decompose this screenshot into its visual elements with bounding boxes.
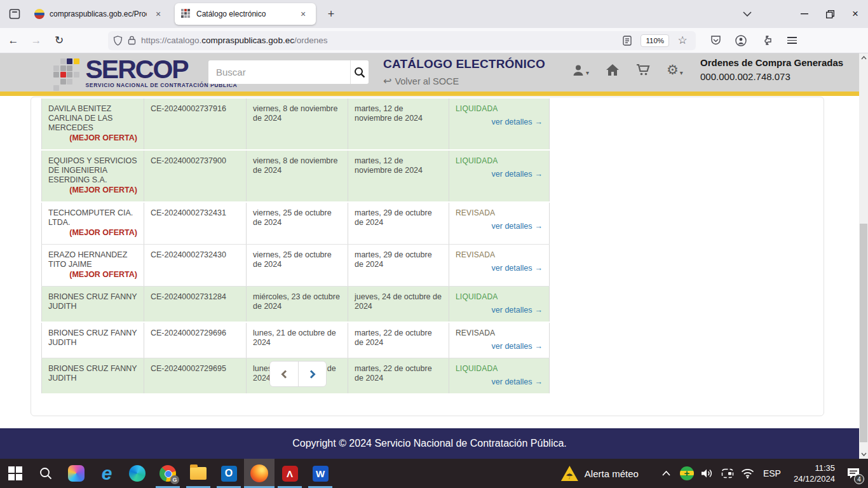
- taskbar-word-button[interactable]: W: [305, 459, 336, 488]
- home-icon: [606, 64, 620, 76]
- search-icon: [39, 466, 53, 480]
- scroll-down-icon[interactable]: [859, 450, 868, 459]
- taskbar-edge-button[interactable]: [122, 459, 153, 488]
- supplier-cell: EQUIPOS Y SERVICIOS DE INGENIERIA ESERDI…: [41, 151, 144, 201]
- back-icon[interactable]: ←: [4, 31, 23, 50]
- ver-detalles-link[interactable]: ver detalles→: [456, 118, 543, 127]
- ver-detalles-link[interactable]: ver detalles→: [456, 377, 543, 387]
- address-bar[interactable]: https://catalogo.compraspublicas.gob.ec/…: [108, 31, 696, 50]
- ver-detalles-link[interactable]: ver detalles→: [456, 170, 543, 179]
- notification-count-badge: 4: [854, 474, 864, 484]
- ver-detalles-link[interactable]: ver detalles→: [456, 306, 543, 315]
- chevron-left-icon: [281, 370, 287, 379]
- orders-panel: DAVILA BENITEZ CARLINA DE LAS MERCEDES(M…: [31, 97, 824, 416]
- orders-generated-label: Ordenes de Compra Generadas: [700, 57, 843, 68]
- order-code-cell: CE-20240002732430: [144, 245, 247, 286]
- scroll-up-icon[interactable]: [859, 53, 868, 62]
- tracking-shield-icon[interactable]: [113, 36, 123, 46]
- start-button[interactable]: [0, 459, 31, 488]
- taskbar-internet-explorer-button[interactable]: e: [92, 459, 122, 488]
- taskbar-outlook-button[interactable]: O: [214, 459, 244, 488]
- firefox-view-icon[interactable]: [5, 4, 24, 24]
- arrow-right-icon: →: [535, 377, 543, 386]
- best-offer-label: (MEJOR OFERTA): [48, 186, 137, 195]
- volver-al-soce-link[interactable]: ↩ Volver al SOCE: [383, 75, 545, 87]
- close-window-button[interactable]: ×: [843, 3, 868, 25]
- taskbar-firefox-button[interactable]: [244, 459, 275, 488]
- wifi-icon[interactable]: [740, 459, 756, 488]
- tab-catalogo-active[interactable]: Catálogo electrónico ×: [175, 3, 316, 25]
- page-scrollbar[interactable]: [859, 53, 868, 459]
- acrobat-icon: Λ: [282, 466, 298, 482]
- taskbar-chrome-button[interactable]: G: [153, 459, 183, 488]
- search-input[interactable]: [208, 60, 350, 84]
- delivery-date-cell: jueves, 24 de octubre de 2024: [348, 287, 449, 322]
- return-icon: ↩: [383, 75, 391, 87]
- order-code-cell: CE-20240002737900: [144, 151, 247, 201]
- restore-button[interactable]: [817, 3, 843, 25]
- taskbar-file-explorer-button[interactable]: [183, 459, 214, 488]
- taskbar-acrobat-button[interactable]: Λ: [275, 459, 305, 488]
- zoom-level-button[interactable]: 110%: [641, 34, 669, 47]
- file-explorer-icon: [190, 467, 207, 480]
- extensions-icon[interactable]: [758, 32, 775, 49]
- supplier-cell: BRIONES CRUZ FANNY JUDITH: [41, 287, 144, 322]
- internet-explorer-icon: e: [102, 465, 112, 482]
- supplier-cell: TECHCOMPUTER CIA. LTDA.(MEJOR OFERTA): [41, 203, 144, 244]
- home-button[interactable]: [606, 64, 620, 76]
- tab-close-icon[interactable]: ×: [297, 8, 309, 20]
- page-viewport: SERCOP SERVICIO NACIONAL DE CONTRATACIÓN…: [0, 53, 859, 459]
- cast-icon[interactable]: [720, 459, 735, 488]
- table-row: TECHCOMPUTER CIA. LTDA.(MEJOR OFERTA)CE-…: [41, 203, 550, 245]
- volume-icon[interactable]: [700, 459, 715, 488]
- delivery-date-cell: martes, 22 de octubre de 2024: [348, 323, 449, 358]
- weather-alert-icon[interactable]: ☂: [561, 466, 578, 481]
- scrollbar-thumb[interactable]: [860, 224, 867, 442]
- delivery-date-cell: martes, 29 de octubre de 2024: [348, 245, 449, 286]
- settings-menu-button[interactable]: ⚙▾: [667, 64, 683, 76]
- taskbar-search-button[interactable]: [31, 459, 61, 488]
- taskbar-copilot-button[interactable]: [61, 459, 92, 488]
- reload-icon[interactable]: ↻: [50, 31, 69, 50]
- weather-alert-text[interactable]: Alerta méteo: [585, 468, 639, 479]
- minimize-button[interactable]: [792, 3, 817, 25]
- status-cell: REVISADAver detalles→: [449, 323, 550, 358]
- order-date-cell: lunes, 21 de octubre de 2024: [247, 323, 348, 358]
- notification-center-button[interactable]: 4: [843, 459, 864, 488]
- cart-button[interactable]: [636, 64, 650, 76]
- tray-expand-icon[interactable]: [659, 459, 674, 488]
- copilot-icon: [68, 465, 85, 482]
- header-gold-strip: [0, 92, 859, 96]
- page-title: CATÁLOGO ELECTRÓNICO: [383, 57, 545, 71]
- new-tab-button[interactable]: +: [322, 5, 340, 23]
- tab-compraspublicas[interactable]: compraspublicas.gob.ec/Proce ×: [28, 3, 171, 25]
- cart-icon: [636, 64, 650, 76]
- table-row: BRIONES CRUZ FANNY JUDITHCE-202400027312…: [41, 287, 550, 323]
- menu-icon[interactable]: [783, 32, 800, 49]
- best-offer-label: (MEJOR OFERTA): [48, 133, 137, 143]
- arrow-right-icon: →: [535, 118, 543, 126]
- search-button[interactable]: [350, 60, 369, 84]
- list-all-tabs-icon[interactable]: [735, 3, 760, 25]
- taskbar-clock[interactable]: 11:35 24/12/2024: [794, 463, 835, 484]
- antivirus-icon[interactable]: +: [679, 459, 695, 488]
- ver-detalles-link[interactable]: ver detalles→: [456, 342, 543, 351]
- delivery-date-cell: martes, 12 de noviembre de 2024: [348, 151, 449, 201]
- language-indicator[interactable]: ESP: [763, 468, 781, 478]
- lock-icon[interactable]: [128, 36, 136, 45]
- pocket-icon[interactable]: [707, 32, 724, 49]
- forward-icon[interactable]: →: [27, 31, 46, 50]
- next-page-button[interactable]: [298, 362, 326, 386]
- ver-detalles-link[interactable]: ver detalles→: [456, 264, 543, 273]
- reader-mode-icon[interactable]: [619, 32, 635, 49]
- account-icon[interactable]: [733, 32, 749, 49]
- user-menu-button[interactable]: ▾: [572, 64, 589, 76]
- previous-page-button[interactable]: [270, 362, 298, 386]
- bookmark-star-icon[interactable]: ☆: [674, 32, 691, 49]
- status-cell: LIQUIDADAver detalles→: [449, 151, 550, 201]
- best-offer-label: (MEJOR OFERTA): [48, 270, 137, 280]
- tab-close-icon[interactable]: ×: [152, 8, 165, 20]
- ver-detalles-link[interactable]: ver detalles→: [456, 222, 543, 231]
- search-icon: [354, 67, 365, 78]
- url-text[interactable]: https://catalogo.compraspublicas.gob.ec/…: [141, 36, 619, 45]
